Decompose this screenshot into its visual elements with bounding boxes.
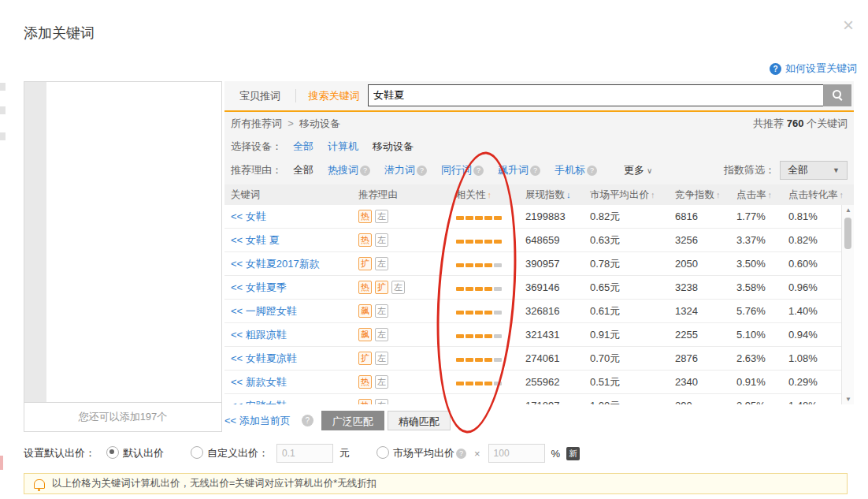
help-circle-icon[interactable]: ? [456, 449, 466, 459]
table-row: << 女鞋 夏热左6486590.63元32563.37%0.82% [224, 229, 841, 252]
keyword-add-link[interactable]: << 安踏女鞋 [224, 399, 352, 405]
reason-option-hot[interactable]: 热搜词? [328, 163, 370, 177]
sort-up-icon[interactable]: ↑ [768, 190, 773, 199]
keyword-add-link[interactable]: << 女鞋夏2017新款 [224, 257, 352, 271]
relevance-bar-segment [466, 263, 473, 267]
tab-product-words[interactable]: 宝贝推词 [224, 81, 295, 110]
more-filters-button[interactable]: 更多∨ [624, 163, 652, 177]
column-header[interactable]: 展现指数↓ [519, 188, 584, 202]
scroll-up-icon[interactable]: ▲ [842, 207, 855, 214]
cvr-value: 0.60% [782, 258, 841, 270]
help-circle-icon[interactable]: ? [302, 415, 313, 426]
help-circle-icon[interactable]: ? [473, 166, 484, 176]
relevance-bar-segment [456, 287, 464, 291]
scrollbar-thumb[interactable] [844, 218, 851, 249]
keyword-add-link[interactable]: << 新款女鞋 [224, 375, 352, 389]
reason-option-mobile-tag[interactable]: 手机标? [555, 163, 597, 177]
relevance-bar-segment [494, 216, 502, 220]
reason-option-peer[interactable]: 同行词? [441, 163, 484, 177]
breadcrumb-separator: > [287, 117, 294, 129]
multiply-sign: × [474, 448, 480, 460]
column-header[interactable]: 市场平均出价↑ [584, 188, 669, 202]
help-circle-icon[interactable]: ? [417, 166, 427, 176]
reason-badges: 热左 [352, 210, 450, 223]
column-header[interactable]: 点击转化率↑ [782, 188, 841, 202]
reason-option-all[interactable]: 全部 [293, 163, 313, 177]
competition-index-value: 2876 [669, 352, 730, 364]
sort-down-icon[interactable]: ↓ [566, 190, 571, 199]
market-avg-radio[interactable] [377, 446, 389, 459]
breadcrumb-root[interactable]: 所有推荐词 [231, 117, 282, 129]
reason-badge: 热 [358, 281, 372, 294]
ctr-value: 0.91% [730, 376, 782, 388]
keyword-add-link[interactable]: << 女鞋夏季 [224, 281, 352, 295]
table-scrollbar[interactable]: ▲ ▼ [841, 205, 854, 404]
relevance-bar-segment [494, 311, 502, 315]
keyword-add-link[interactable]: << 一脚蹬女鞋 [224, 304, 352, 318]
sort-up-icon[interactable]: ↑ [651, 190, 655, 199]
cvr-value: 0.82% [782, 234, 841, 246]
competition-index-value: 6816 [669, 210, 730, 222]
keyword-add-link[interactable]: << 女鞋 夏 [224, 233, 352, 248]
add-keywords-dialog: 添加关键词 × ? 如何设置关键词 您还可以添加197个 宝贝推词 搜索关键词 … [0, 0, 868, 499]
add-current-page-link[interactable]: << 添加当前页 [224, 414, 291, 428]
help-circle-icon[interactable]: ? [587, 166, 597, 176]
custom-bid-input[interactable] [276, 444, 333, 463]
competition-index-value: 2255 [669, 329, 730, 341]
reason-badge: 飙 [358, 328, 372, 341]
tab-bar: 宝贝推词 搜索关键词 [224, 81, 854, 112]
question-circle-icon: ? [770, 63, 781, 75]
reason-badge: 左 [375, 375, 388, 389]
help-link[interactable]: ? 如何设置关键词 [770, 61, 857, 76]
new-feature-badge: 新 [566, 447, 580, 460]
page-edge-artifact [0, 83, 6, 91]
reason-badge: 扩 [358, 352, 372, 365]
default-bid-bar: 设置默认出价： 默认出价 自定义出价： 元 市场平均出价? × % 新 [24, 442, 580, 464]
impression-index-value: 326816 [519, 305, 584, 317]
impression-index-value: 274061 [519, 352, 584, 364]
keyword-add-link[interactable]: << 女鞋夏凉鞋 [224, 352, 352, 366]
bid-bar-label: 设置默认出价： [24, 446, 95, 460]
keyword-add-link[interactable]: << 女鞋 [224, 210, 352, 224]
help-circle-icon[interactable]: ? [530, 166, 540, 176]
index-filter-dropdown[interactable]: 全部 ▼ [780, 161, 848, 180]
table-row: << 一脚蹬女鞋飙左3268160.61元13245.76%1.40% [224, 300, 841, 323]
sort-up-icon[interactable]: ↑ [488, 190, 492, 199]
bell-icon [34, 479, 45, 489]
reason-badge: 热 [358, 233, 372, 247]
reason-option-potential[interactable]: 潜力词? [384, 163, 427, 177]
reason-badges: 热扩左 [352, 281, 450, 294]
custom-bid-radio[interactable] [191, 446, 203, 459]
tab-search-keywords[interactable]: 搜索关键词 [296, 81, 372, 110]
help-circle-icon[interactable]: ? [360, 166, 370, 176]
reason-option-soaring[interactable]: 飙升词? [498, 163, 540, 177]
keyword-add-link[interactable]: << 粗跟凉鞋 [224, 328, 352, 342]
device-option-all[interactable]: 全部 [293, 140, 313, 154]
close-icon[interactable]: × [843, 16, 854, 35]
market-avg-label: 市场平均出价 [393, 447, 454, 459]
device-option-pc[interactable]: 计算机 [328, 140, 358, 154]
reason-badges: 热左 [352, 233, 450, 247]
notice-text: 以上价格为关键词计算机出价，无线出价=关键词对应计算机出价*无线折扣 [52, 477, 377, 490]
market-percent-input[interactable] [488, 444, 545, 463]
relevance-bar-segment [484, 240, 492, 244]
column-header[interactable]: 竞争指数↑ [669, 188, 730, 202]
relevance-bar-segment [484, 287, 492, 291]
competition-index-value: 290 [669, 400, 730, 404]
relevance-bar-segment [475, 216, 483, 220]
broad-match-button[interactable]: 广泛匹配 [321, 411, 384, 430]
column-header[interactable]: 相关性↑ [450, 188, 519, 202]
device-option-mobile[interactable]: 移动设备 [373, 140, 414, 154]
column-header[interactable]: 点击率↑ [730, 188, 782, 202]
sort-up-icon[interactable]: ↑ [840, 190, 844, 199]
sort-up-icon[interactable]: ↑ [716, 190, 721, 199]
scroll-down-icon[interactable]: ▼ [842, 396, 855, 403]
search-button[interactable] [823, 84, 851, 106]
relevance-bar-segment [494, 334, 502, 338]
relevance-bar-segment [466, 382, 473, 385]
reason-badges: 热左 [352, 375, 450, 389]
exact-match-button[interactable]: 精确匹配 [388, 411, 451, 430]
default-bid-radio[interactable] [106, 446, 119, 459]
reason-badge: 左 [375, 328, 388, 341]
keyword-search-input[interactable] [368, 84, 828, 106]
